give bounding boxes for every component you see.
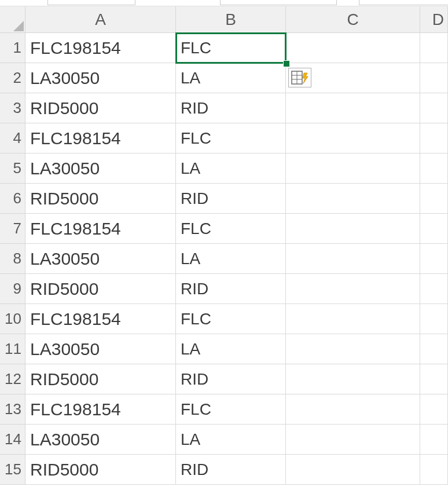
row-header-15[interactable]: 15 [0,455,25,485]
row-header-14[interactable]: 14 [0,425,25,455]
row-header-4[interactable]: 4 [0,123,25,153]
row-header-5[interactable]: 5 [0,153,25,184]
svg-marker-5 [303,73,308,83]
cell-D13[interactable] [420,394,448,425]
column-header-C[interactable]: C [286,6,420,33]
cell-D14[interactable] [420,425,448,455]
column-header-B[interactable]: B [176,6,286,33]
fill-handle[interactable] [283,60,290,67]
flash-fill-options-button[interactable] [288,68,311,87]
ribbon-group-fragment [220,0,337,5]
cell-B9[interactable]: RID [176,274,286,304]
cell-D12[interactable] [420,364,448,394]
cell-B6[interactable]: RID [176,184,286,214]
cell-C15[interactable] [286,455,420,485]
cell-D3[interactable] [420,93,448,123]
ribbon-group-fragment [47,0,135,5]
row-header-6[interactable]: 6 [0,184,25,214]
cell-A5[interactable]: LA30050 [25,153,176,184]
svg-marker-0 [13,21,24,31]
cell-B11[interactable]: LA [176,334,286,364]
cell-D8[interactable] [420,244,448,274]
cell-C14[interactable] [286,425,420,455]
ribbon-bottom-edge [0,0,448,6]
ribbon-group-fragment [359,0,448,5]
cell-D5[interactable] [420,153,448,184]
cell-C13[interactable] [286,394,420,425]
cell-D6[interactable] [420,184,448,214]
cell-D11[interactable] [420,334,448,364]
cell-C4[interactable] [286,123,420,153]
row-header-10[interactable]: 10 [0,304,25,334]
cell-A7[interactable]: FLC198154 [25,214,176,244]
cell-C11[interactable] [286,334,420,364]
row-header-11[interactable]: 11 [0,334,25,364]
row-header-7[interactable]: 7 [0,214,25,244]
row-header-12[interactable]: 12 [0,364,25,394]
column-header-A[interactable]: A [25,6,176,33]
cell-B2[interactable]: LA [176,63,286,93]
cell-A1[interactable]: FLC198154 [25,33,176,63]
cell-B8[interactable]: LA [176,244,286,274]
cell-B1[interactable]: FLC [176,33,286,63]
cell-D9[interactable] [420,274,448,304]
cell-D15[interactable] [420,455,448,485]
cell-B10[interactable]: FLC [176,304,286,334]
cell-A4[interactable]: FLC198154 [25,123,176,153]
cell-B15[interactable]: RID [176,455,286,485]
row-header-9[interactable]: 9 [0,274,25,304]
cell-A15[interactable]: RID5000 [25,455,176,485]
cell-C1[interactable] [286,33,420,63]
cell-C9[interactable] [286,274,420,304]
cell-A12[interactable]: RID5000 [25,364,176,394]
cell-D1[interactable] [420,33,448,63]
cell-A3[interactable]: RID5000 [25,93,176,123]
cell-A13[interactable]: FLC198154 [25,394,176,425]
cell-A11[interactable]: LA30050 [25,334,176,364]
cell-A14[interactable]: LA30050 [25,425,176,455]
row-header-3[interactable]: 3 [0,93,25,123]
cell-A2[interactable]: LA30050 [25,63,176,93]
cell-D4[interactable] [420,123,448,153]
cell-C8[interactable] [286,244,420,274]
cell-D7[interactable] [420,214,448,244]
cell-A9[interactable]: RID5000 [25,274,176,304]
cell-D10[interactable] [420,304,448,334]
cell-B14[interactable]: LA [176,425,286,455]
cell-B4[interactable]: FLC [176,123,286,153]
worksheet-grid[interactable]: ABCD1FLC198154FLC2LA30050LA3RID5000RID4F… [0,6,448,485]
cell-B13[interactable]: FLC [176,394,286,425]
cell-C6[interactable] [286,184,420,214]
row-header-13[interactable]: 13 [0,394,25,425]
column-header-D[interactable]: D [420,6,448,33]
cell-D2[interactable] [420,63,448,93]
cell-B12[interactable]: RID [176,364,286,394]
cell-B7[interactable]: FLC [176,214,286,244]
select-all-corner[interactable] [0,6,25,33]
cell-B5[interactable]: LA [176,153,286,184]
cell-C12[interactable] [286,364,420,394]
row-header-2[interactable]: 2 [0,63,25,93]
cell-A8[interactable]: LA30050 [25,244,176,274]
cell-A10[interactable]: FLC198154 [25,304,176,334]
cell-C10[interactable] [286,304,420,334]
row-header-1[interactable]: 1 [0,33,25,63]
cell-B3[interactable]: RID [176,93,286,123]
cell-C5[interactable] [286,153,420,184]
flash-fill-icon [291,71,309,85]
cell-C3[interactable] [286,93,420,123]
row-header-8[interactable]: 8 [0,244,25,274]
cell-A6[interactable]: RID5000 [25,184,176,214]
cell-C7[interactable] [286,214,420,244]
